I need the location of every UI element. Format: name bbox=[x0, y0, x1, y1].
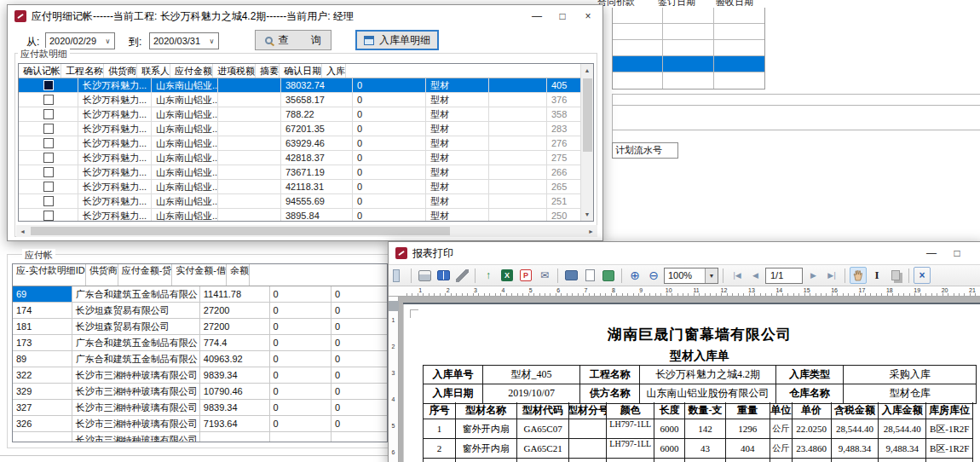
cell-project[interactable]: 长沙万科魅力... bbox=[78, 136, 152, 150]
export-button[interactable]: ↑ bbox=[480, 267, 497, 284]
cell-debit[interactable]: 0 bbox=[270, 384, 331, 399]
cell-confirm-date[interactable] bbox=[489, 93, 547, 107]
hand-tool-button[interactable] bbox=[850, 267, 867, 284]
window-titlebar[interactable]: 报表打印 — □ × bbox=[389, 242, 980, 264]
cell-summary[interactable]: 型材 bbox=[426, 107, 489, 121]
checkbox[interactable] bbox=[43, 95, 54, 105]
confirm-cell[interactable] bbox=[19, 78, 78, 92]
cell-amount[interactable]: 63929.46 bbox=[281, 136, 353, 150]
table-row[interactable]: 长沙万科魅力... 山东南山铝业... 73671.19 0 型材 266 bbox=[19, 165, 593, 180]
horizontal-scrollbar[interactable]: ◄ ► bbox=[16, 225, 597, 237]
copy-page-button[interactable] bbox=[887, 267, 904, 284]
cell-tax[interactable]: 0 bbox=[353, 78, 426, 92]
cell-summary[interactable]: 型材 bbox=[426, 93, 489, 107]
cell-confirm-date[interactable] bbox=[489, 180, 547, 193]
cell-id[interactable]: 322 bbox=[13, 367, 72, 383]
cell-contact[interactable] bbox=[218, 165, 281, 179]
minimize-button[interactable]: — bbox=[919, 242, 944, 264]
checkbox[interactable] bbox=[43, 167, 54, 177]
cell-summary[interactable]: 型材 bbox=[426, 165, 489, 179]
column-header[interactable]: 应付金额 bbox=[170, 64, 213, 78]
zoom-out-button[interactable]: ⊖ bbox=[645, 267, 662, 284]
cell-contact[interactable] bbox=[218, 107, 281, 121]
column-header[interactable]: 进项税额 bbox=[213, 64, 256, 78]
single-page-button[interactable] bbox=[581, 267, 598, 284]
cell-balance[interactable]: 0 bbox=[331, 400, 387, 415]
cell-balance[interactable]: 0 bbox=[331, 367, 387, 383]
inbound-detail-button[interactable]: 入库单明细 bbox=[355, 30, 439, 50]
confirm-cell[interactable] bbox=[19, 93, 78, 107]
cell-id[interactable]: 181 bbox=[13, 319, 72, 334]
table-row[interactable] bbox=[613, 56, 764, 72]
cell-supplier[interactable]: 广东合和建筑五金制品有限公司 bbox=[72, 351, 200, 367]
scroll-down-icon[interactable]: ▼ bbox=[581, 208, 593, 221]
cell-supplier[interactable]: 长沙市三湘特种玻璃有限公司 bbox=[72, 367, 200, 383]
cell-contact[interactable] bbox=[218, 209, 281, 222]
cell-balance[interactable]: 0 bbox=[331, 384, 387, 399]
column-header[interactable]: 工程名称 bbox=[61, 64, 104, 78]
table-row[interactable]: 326 长沙市三湘特种玻璃有限公司 7193.64 0 0 bbox=[13, 416, 387, 432]
column-header[interactable]: 应-实付款明细ID bbox=[13, 264, 86, 286]
cell-debit[interactable]: 0 bbox=[270, 335, 331, 350]
multi-page-button[interactable] bbox=[600, 267, 617, 284]
confirm-cell[interactable] bbox=[19, 194, 78, 208]
checkbox[interactable] bbox=[43, 109, 54, 119]
cell-credit[interactable] bbox=[200, 432, 270, 442]
options-button[interactable] bbox=[453, 267, 470, 284]
cell-supplier[interactable]: 长沙市三湘特种玻璃有限公司 bbox=[72, 384, 200, 399]
cell-tax[interactable]: 0 bbox=[353, 122, 426, 136]
cell-debit[interactable]: 0 bbox=[270, 319, 331, 334]
table-row[interactable]: 长沙万科魅力... 山东南山铝业... 3895.84 0 型材 250 bbox=[19, 209, 593, 222]
cell-amount[interactable]: 42118.31 bbox=[281, 180, 353, 193]
maximize-button[interactable]: □ bbox=[550, 5, 575, 27]
cell-project[interactable]: 长沙万科魅力... bbox=[78, 122, 152, 136]
cell-project[interactable]: 长沙万科魅力... bbox=[78, 209, 152, 222]
cell-debit[interactable]: 0 bbox=[270, 416, 331, 431]
cell-debit[interactable]: 0 bbox=[270, 303, 331, 318]
cell-project[interactable]: 长沙万科魅力... bbox=[78, 180, 152, 193]
cell-supplier[interactable]: 长沙坦森贸易有限公司 bbox=[72, 319, 200, 334]
cell-amount[interactable]: 788.22 bbox=[281, 107, 353, 121]
checkbox[interactable] bbox=[43, 211, 54, 221]
cell-balance[interactable]: 0 bbox=[331, 286, 387, 302]
cell-debit[interactable]: 0 bbox=[270, 351, 331, 367]
cell-amount[interactable]: 94555.69 bbox=[281, 194, 353, 208]
cell-confirm-date[interactable] bbox=[489, 165, 547, 179]
cell-credit[interactable]: 11411.78 bbox=[200, 286, 270, 302]
table-row[interactable]: 长沙万科魅力... 山东南山铝业... 67201.35 0 型材 283 bbox=[19, 122, 593, 136]
cell-supplier[interactable]: 山东南山铝业... bbox=[152, 122, 218, 136]
cell-supplier[interactable]: 山东南山铝业... bbox=[152, 165, 218, 179]
cell-project[interactable]: 长沙万科魅力... bbox=[78, 194, 152, 208]
text-select-button[interactable]: I bbox=[868, 267, 885, 284]
cell-project[interactable]: 长沙万科魅力... bbox=[78, 78, 152, 92]
cell-supplier[interactable]: 长沙市三湘特种玻璃有限公司 bbox=[72, 400, 200, 415]
cell-supplier[interactable]: 山东南山铝业... bbox=[152, 194, 218, 208]
cell-amount[interactable]: 67201.35 bbox=[281, 122, 353, 136]
checkbox[interactable] bbox=[43, 196, 54, 206]
cell-balance[interactable]: 0 bbox=[331, 303, 387, 318]
cell-supplier[interactable]: 山东南山铝业... bbox=[152, 136, 218, 150]
close-preview-button[interactable]: × bbox=[914, 267, 931, 284]
table-row[interactable]: 长沙市三湘特种玻璃有限公司 bbox=[13, 432, 387, 442]
cell-tax[interactable]: 0 bbox=[353, 165, 426, 179]
table-row[interactable]: 181 长沙坦森贸易有限公司 27200 0 0 bbox=[13, 319, 387, 335]
cell-inbound[interactable]: 265 bbox=[547, 180, 585, 193]
cell-amount[interactable]: 35658.17 bbox=[281, 93, 353, 107]
checkbox[interactable] bbox=[43, 124, 54, 134]
cell-id[interactable]: 327 bbox=[13, 400, 72, 415]
from-date-combo[interactable]: 2020/02/29 ∨ bbox=[45, 32, 115, 49]
query-button[interactable]: 查 询 bbox=[255, 30, 331, 50]
cell-credit[interactable]: 9839.34 bbox=[200, 367, 270, 383]
cell-project[interactable]: 长沙万科魅力... bbox=[78, 165, 152, 179]
cell-inbound[interactable]: 276 bbox=[547, 136, 585, 150]
scrollbar-thumb[interactable] bbox=[31, 227, 450, 235]
page-layout-button[interactable] bbox=[562, 267, 579, 284]
cell-confirm-date[interactable] bbox=[489, 107, 547, 121]
cell-debit[interactable] bbox=[270, 432, 331, 442]
table-row[interactable] bbox=[613, 24, 764, 40]
cell-supplier[interactable]: 广东合和建筑五金制品有限公司 bbox=[72, 286, 200, 302]
cell-inbound[interactable]: 275 bbox=[547, 151, 585, 165]
cell-inbound[interactable]: 250 bbox=[547, 209, 585, 222]
cell-summary[interactable]: 型材 bbox=[426, 194, 489, 208]
cell-inbound[interactable]: 376 bbox=[547, 93, 585, 107]
